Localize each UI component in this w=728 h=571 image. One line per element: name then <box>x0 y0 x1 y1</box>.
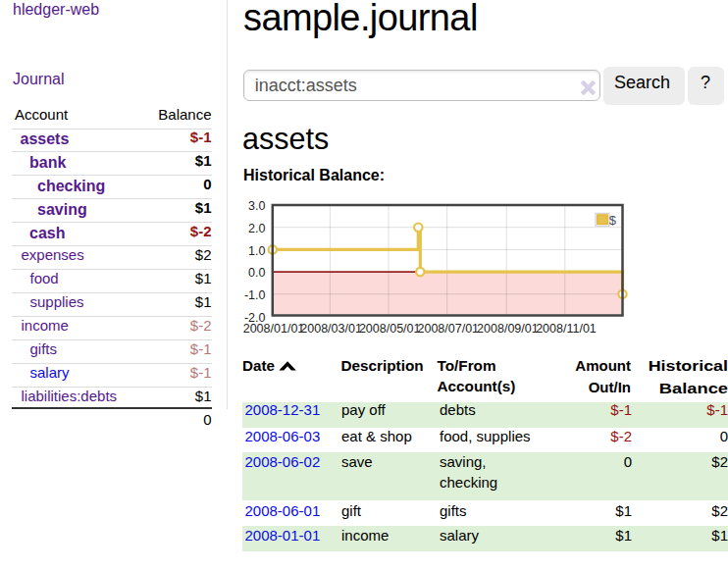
svg-text:2008/03/01: 2008/03/01 <box>300 322 362 336</box>
svg-text:2008/09/01: 2008/09/01 <box>477 322 539 336</box>
svg-text:2008/01/01: 2008/01/01 <box>243 322 305 336</box>
svg-text:$: $ <box>609 213 617 228</box>
svg-text:2008/07/01: 2008/07/01 <box>418 322 480 336</box>
svg-text:2008/05/01: 2008/05/01 <box>359 322 421 336</box>
svg-text:0.0: 0.0 <box>248 266 265 280</box>
svg-text:2008/11/01: 2008/11/01 <box>536 322 597 336</box>
svg-text:3.0: 3.0 <box>248 199 265 213</box>
svg-text:-1.0: -1.0 <box>244 288 266 302</box>
svg-text:2.0: 2.0 <box>248 222 265 235</box>
svg-text:1.0: 1.0 <box>248 244 265 258</box>
